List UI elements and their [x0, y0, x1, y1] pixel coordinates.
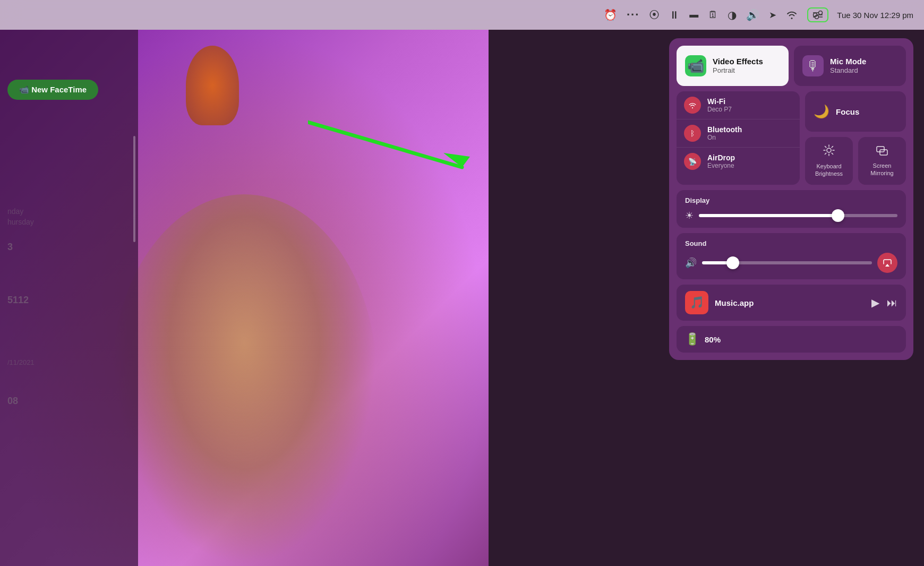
svg-line-9 — [308, 122, 462, 167]
caption-icon[interactable]: ▬ — [689, 10, 698, 20]
more-icon[interactable]: ··· — [627, 8, 639, 22]
sound-volume-icon: 🔊 — [685, 257, 697, 269]
svg-line-16 — [825, 146, 826, 147]
cc-right-col: 🌙 Focus — [805, 91, 906, 185]
mic-mode-title: Mic Mode — [830, 57, 866, 66]
display-label: Display — [685, 196, 897, 204]
sound-volume-slider[interactable] — [702, 261, 872, 264]
airdrop-icon: 📡 — [684, 153, 701, 170]
svg-line-17 — [832, 153, 833, 154]
music-controls: ▶ ⏭ — [871, 296, 897, 309]
svg-rect-21 — [880, 150, 887, 155]
airdrop-text: AirDrop Everyone — [707, 153, 735, 170]
keyboard-brightness-label: Keyboard Brightness — [815, 162, 843, 178]
datetime: Tue 30 Nov 12:29 pm — [837, 11, 913, 20]
location-icon[interactable]: ➤ — [769, 10, 776, 21]
wifi-menu-icon[interactable] — [786, 10, 798, 20]
control-center-icon[interactable] — [807, 7, 828, 22]
video-effects-icon: 📹 — [685, 55, 706, 76]
airdrop-title: AirDrop — [707, 153, 735, 162]
video-effects-tile[interactable]: 📹 Video Effects Portrait — [677, 46, 789, 86]
music-app-label: Music.app — [715, 298, 865, 307]
wifi-icon — [684, 97, 701, 114]
scrollbar[interactable] — [133, 136, 135, 242]
display-slider-row: ☀ — [685, 210, 897, 221]
sound-slider-thumb — [726, 256, 739, 269]
brightness-icon: ☀ — [685, 210, 694, 221]
svg-line-19 — [825, 153, 826, 154]
menubar: ⏰ ··· ⦿ ⏸ ▬ 🗓 ◑ 🔊 ➤ — [0, 0, 924, 30]
battery-label: 80% — [705, 335, 721, 344]
music-section: 🎵 Music.app ▶ ⏭ — [677, 285, 906, 321]
wifi-title: Wi-Fi — [707, 97, 732, 106]
keyboard-brightness-tile[interactable]: Keyboard Brightness — [805, 137, 853, 185]
new-facetime-button[interactable]: 📹 New FaceTime — [7, 80, 98, 100]
green-arrow — [308, 112, 489, 175]
display-section: Display ☀ — [677, 190, 906, 228]
screen-mirroring-label: Screen Mirroring — [870, 162, 893, 177]
airdrop-subtitle: Everyone — [707, 162, 735, 169]
airdrop-item[interactable]: 📡 AirDrop Everyone — [677, 148, 800, 175]
lamp-object — [186, 46, 239, 125]
video-effects-title: Video Effects — [713, 57, 763, 66]
kb-sm-row: Keyboard Brightness Screen Mirroring — [805, 137, 906, 185]
bluetooth-icon: ᛒ — [684, 125, 701, 142]
bluetooth-item[interactable]: ᛒ Bluetooth On — [677, 119, 800, 148]
bluetooth-text: Bluetooth On — [707, 125, 742, 142]
sound-row: 🔊 — [685, 253, 897, 273]
time-machine-icon[interactable]: ⏰ — [604, 8, 617, 21]
pause-icon[interactable]: ⏸ — [669, 9, 680, 21]
sound-section: Sound 🔊 — [677, 233, 906, 279]
focus-tile[interactable]: 🌙 Focus — [805, 91, 906, 132]
svg-rect-20 — [877, 147, 884, 152]
bluetooth-title: Bluetooth — [707, 125, 742, 134]
video-effects-subtitle: Portrait — [713, 66, 763, 75]
volume-icon[interactable]: 🔊 — [746, 8, 759, 21]
focus-icon: 🌙 — [814, 104, 829, 119]
left-sidebar — [0, 30, 138, 566]
battery-icon: 🔋 — [685, 332, 699, 346]
mic-mode-tile[interactable]: 🎙 Mic Mode Standard — [794, 46, 906, 86]
screen-mirroring-icon — [876, 145, 888, 159]
display-slider-thumb — [832, 209, 844, 222]
cc-top-row: 📹 Video Effects Portrait 🎙 Mic Mode Stan… — [677, 46, 906, 86]
video-effects-text: Video Effects Portrait — [713, 57, 763, 75]
control-center-panel: 📹 Video Effects Portrait 🎙 Mic Mode Stan… — [669, 38, 913, 360]
network-tile: Wi-Fi Deco P7 ᛒ Bluetooth On 📡 AirDrop E… — [677, 91, 800, 185]
mic-mode-text: Mic Mode Standard — [830, 57, 866, 75]
music-app-icon: 🎵 — [685, 291, 708, 314]
darkmode-icon[interactable]: ◑ — [728, 8, 737, 21]
mic-mode-subtitle: Standard — [830, 66, 866, 75]
focus-label: Focus — [836, 107, 859, 116]
cc-mid-row: Wi-Fi Deco P7 ᛒ Bluetooth On 📡 AirDrop E… — [677, 91, 906, 185]
mic-mode-icon: 🎙 — [802, 55, 824, 76]
menubar-icons: ⏰ ··· ⦿ ⏸ ▬ 🗓 ◑ 🔊 ➤ — [604, 7, 828, 22]
wifi-subtitle: Deco P7 — [707, 106, 732, 113]
face-silhouette — [112, 194, 377, 566]
wifi-text: Wi-Fi Deco P7 — [707, 97, 732, 114]
screenrecord-icon[interactable]: ⦿ — [649, 9, 660, 21]
wifi-item[interactable]: Wi-Fi Deco P7 — [677, 91, 800, 119]
airplay-button[interactable] — [877, 253, 897, 273]
svg-point-3 — [819, 11, 823, 15]
music-play-button[interactable]: ▶ — [871, 296, 879, 309]
battery-section[interactable]: 🔋 80% — [677, 326, 906, 353]
keyboard-brightness-icon — [823, 144, 835, 159]
screen-mirroring-tile[interactable]: Screen Mirroring — [858, 137, 906, 185]
calendar-icon[interactable]: 🗓 — [708, 9, 718, 21]
display-brightness-slider[interactable] — [699, 214, 897, 217]
music-skip-button[interactable]: ⏭ — [887, 297, 897, 309]
svg-point-11 — [827, 148, 831, 152]
sound-label: Sound — [685, 239, 897, 247]
svg-line-18 — [832, 146, 833, 147]
bluetooth-subtitle: On — [707, 134, 742, 141]
